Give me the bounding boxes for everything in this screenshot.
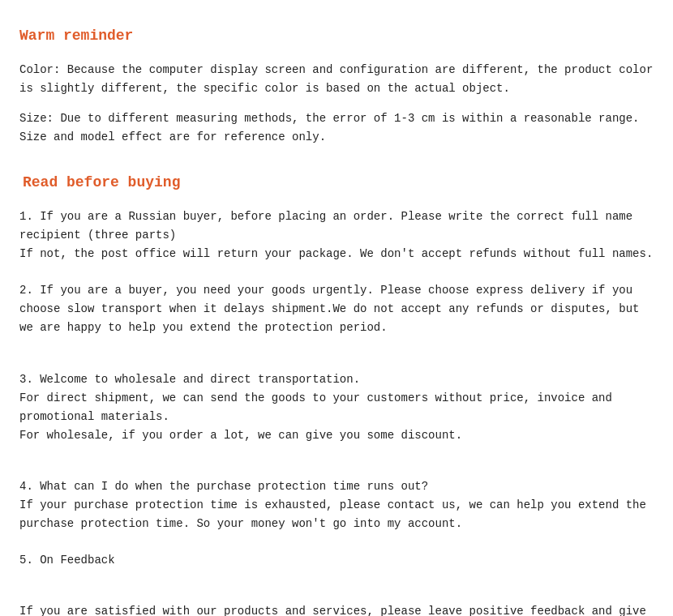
list-item-2-text: 2. If you are a buyer, you need your goo…	[19, 281, 654, 337]
list-item-1: 1. If you are a Russian buyer, before pl…	[19, 207, 654, 263]
warm-reminder-title: Warm reminder	[19, 24, 654, 48]
list-item-4-text: 4. What can I do when the purchase prote…	[19, 477, 654, 533]
list-item-4: 4. What can I do when the purchase prote…	[19, 477, 654, 533]
read-before-buying-section: Read before buying 1. If you are a Russi…	[19, 171, 654, 616]
warm-reminder-section: Warm reminder Color: Because the compute…	[19, 24, 654, 147]
list-item-2: 2. If you are a buyer, you need your goo…	[19, 281, 654, 337]
list-item-5-text: 5. On Feedback	[19, 551, 654, 570]
color-paragraph: Color: Because the computer display scre…	[19, 61, 654, 98]
list-item-1-text: 1. If you are a Russian buyer, before pl…	[19, 207, 654, 263]
list-item-5: 5. On Feedback	[19, 551, 654, 570]
read-before-buying-title: Read before buying	[23, 171, 654, 195]
list-item-3: 3. Welcome to wholesale and direct trans…	[19, 370, 654, 445]
list-item-3-text: 3. Welcome to wholesale and direct trans…	[19, 370, 654, 445]
size-paragraph: Size: Due to different measuring methods…	[19, 109, 654, 147]
feedback-paragraph-1: If you are satisfied with our products a…	[19, 602, 654, 616]
